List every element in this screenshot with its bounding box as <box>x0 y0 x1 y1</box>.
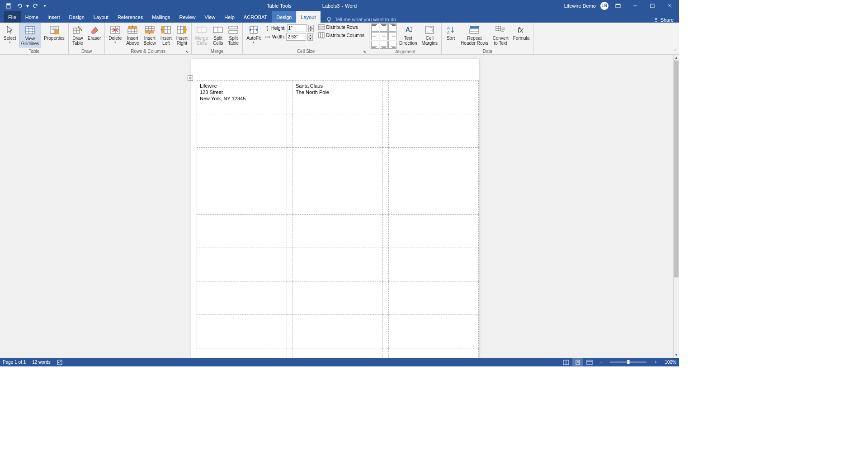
undo-button[interactable] <box>14 1 24 11</box>
cellsize-launcher[interactable]: ⬊ <box>363 50 366 54</box>
tab-review[interactable]: Review <box>175 11 200 23</box>
align-bottom-left[interactable] <box>371 41 379 49</box>
zoom-handle[interactable] <box>627 360 630 364</box>
tab-home[interactable]: Home <box>21 11 43 23</box>
share-button[interactable]: Share <box>648 17 679 23</box>
view-gridlines-button[interactable]: View Gridlines <box>19 23 41 47</box>
tab-table-layout[interactable]: Layout <box>296 11 320 23</box>
label-cell[interactable] <box>197 315 287 348</box>
label-cell[interactable] <box>293 114 383 148</box>
align-middle-right[interactable] <box>388 32 396 40</box>
label-cell[interactable] <box>389 348 479 358</box>
user-avatar[interactable]: LR <box>600 2 609 10</box>
label-cell[interactable] <box>293 281 383 315</box>
tab-mailings[interactable]: Mailings <box>147 11 175 23</box>
label-gutter[interactable] <box>287 81 293 114</box>
split-table-button[interactable]: Split Table <box>226 23 241 47</box>
close-button[interactable] <box>662 0 677 11</box>
properties-button[interactable]: Properties <box>42 23 66 42</box>
label-cell[interactable] <box>389 215 479 248</box>
scroll-track[interactable] <box>674 61 679 352</box>
print-layout-button[interactable] <box>572 358 583 366</box>
label-cell[interactable] <box>389 281 479 315</box>
tab-acrobat[interactable]: ACROBAT <box>239 11 272 23</box>
label-table[interactable]: Lifewire 123 Street New York, NY 12345 S… <box>197 80 479 358</box>
tab-insert[interactable]: Insert <box>43 11 65 23</box>
label-cell-3[interactable] <box>389 81 479 114</box>
split-cells-button[interactable]: Split Cells <box>211 23 225 47</box>
insert-above-button[interactable]: Insert Above <box>124 23 141 47</box>
convert-to-text-button[interactable]: Convert to Text <box>491 23 510 47</box>
zoom-in-button[interactable]: + <box>650 358 661 366</box>
insert-below-button[interactable]: Insert Below <box>142 23 158 47</box>
scroll-down-button[interactable]: ▼ <box>674 352 679 358</box>
width-up[interactable]: ▲ <box>307 33 313 37</box>
redo-button[interactable] <box>31 1 41 11</box>
label-cell[interactable] <box>197 281 287 315</box>
label-cell[interactable] <box>389 181 479 215</box>
label-cell[interactable] <box>389 114 479 148</box>
label-cell[interactable] <box>197 248 287 281</box>
label-cell-1[interactable]: Lifewire 123 Street New York, NY 12345 <box>197 81 287 114</box>
align-bottom-center[interactable] <box>380 41 388 49</box>
page-indicator[interactable]: Page 1 of 1 <box>3 360 26 365</box>
spellcheck-icon[interactable] <box>57 360 63 365</box>
scroll-thumb[interactable] <box>674 61 679 277</box>
tab-file[interactable]: File <box>4 11 21 23</box>
document-area[interactable]: ✥ Lifewire 123 Street New York, NY 12345… <box>0 55 673 358</box>
insert-right-button[interactable]: Insert Right <box>175 23 189 47</box>
cell-margins-button[interactable]: Cell Margins <box>420 23 440 47</box>
tab-help[interactable]: Help <box>220 11 239 23</box>
zoom-slider[interactable] <box>610 361 646 363</box>
width-input[interactable] <box>286 33 306 41</box>
tab-references[interactable]: References <box>113 11 147 23</box>
distribute-columns-button[interactable]: Distribute Columns <box>316 32 366 39</box>
label-cell[interactable] <box>293 248 383 281</box>
label-gutter[interactable] <box>383 81 389 114</box>
maximize-button[interactable] <box>645 0 660 11</box>
table-move-handle[interactable]: ✥ <box>188 75 193 81</box>
delete-button[interactable]: Delete ▾ <box>107 23 123 45</box>
tab-design[interactable]: Design <box>65 11 89 23</box>
label-cell[interactable] <box>293 148 383 181</box>
zoom-out-button[interactable]: − <box>596 358 607 366</box>
collapse-ribbon-button[interactable]: ⌃ <box>674 49 677 53</box>
label-cell[interactable] <box>293 215 383 248</box>
autofit-button[interactable]: AutoFit ▾ <box>245 23 263 45</box>
rowscols-launcher[interactable]: ⬊ <box>185 50 189 54</box>
ribbon-options-button[interactable] <box>610 0 626 11</box>
word-count[interactable]: 12 words <box>32 360 51 365</box>
tell-me-search[interactable]: Tell me what you want to do <box>326 16 396 23</box>
label-cell[interactable] <box>293 315 383 348</box>
align-middle-left[interactable] <box>371 32 379 40</box>
align-bottom-right[interactable] <box>388 41 396 49</box>
label-cell[interactable] <box>197 148 287 181</box>
label-cell[interactable] <box>389 248 479 281</box>
repeat-header-rows-button[interactable]: Repeat Header Rows <box>459 23 490 47</box>
scroll-up-button[interactable]: ▲ <box>674 55 679 61</box>
tab-table-design[interactable]: Design <box>272 11 296 23</box>
width-down[interactable]: ▼ <box>307 37 313 41</box>
label-cell[interactable] <box>197 348 287 358</box>
align-middle-center[interactable] <box>380 32 388 40</box>
read-mode-button[interactable] <box>561 358 571 366</box>
web-layout-button[interactable] <box>584 358 595 366</box>
eraser-button[interactable]: Eraser <box>86 23 103 42</box>
draw-table-button[interactable]: Draw Table <box>71 23 85 47</box>
label-cell-2[interactable]: Santa Claus The North Pole <box>293 81 383 114</box>
align-top-right[interactable] <box>388 23 396 32</box>
undo-dropdown[interactable]: ▾ <box>25 1 30 11</box>
sort-button[interactable]: AZ Sort <box>443 23 458 42</box>
qat-customize[interactable]: ▾ <box>42 1 48 11</box>
zoom-level[interactable]: 100% <box>665 360 676 365</box>
label-cell[interactable] <box>293 181 383 215</box>
tab-view[interactable]: View <box>200 11 220 23</box>
distribute-rows-button[interactable]: Distribute Rows <box>316 23 366 31</box>
label-cell[interactable] <box>197 215 287 248</box>
select-button[interactable]: Select ▾ <box>2 23 18 45</box>
text-direction-button[interactable]: A Text Direction <box>397 23 419 47</box>
align-top-center[interactable] <box>380 23 388 32</box>
label-cell[interactable] <box>197 114 287 148</box>
insert-left-button[interactable]: Insert Left <box>159 23 174 47</box>
height-input[interactable] <box>287 24 307 32</box>
